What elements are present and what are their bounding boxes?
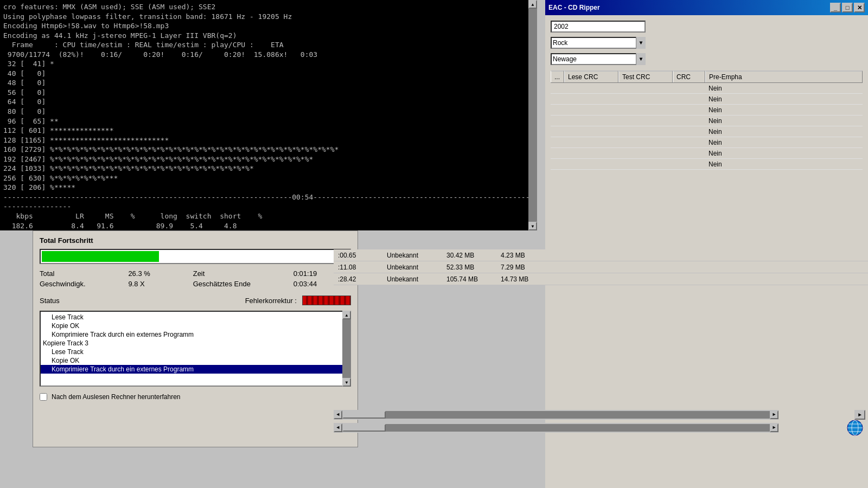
- table-row: Nein: [551, 137, 863, 148]
- checkbox-row: Nach dem Auslesen Rechner herunterfahren: [40, 393, 351, 401]
- bt-size2: 4.23 MB: [496, 252, 551, 259]
- log-item: Kopie OK: [41, 356, 350, 365]
- progress-bar-fill: [42, 251, 159, 262]
- log-scroll-up[interactable]: ▲: [342, 311, 351, 319]
- bt-status: Unbekannt: [382, 264, 442, 271]
- log-wrapper: Lese TrackKopie OKKomprimiere Track durc…: [40, 311, 351, 387]
- log-scroll-down[interactable]: ▼: [342, 378, 351, 387]
- bottom-table-row: :11.08 Unbekannt 52.33 MB 7.29 MB: [334, 261, 868, 273]
- track-table: ... Lese CRC Test CRC CRC Pre-Empha Nein…: [551, 70, 863, 170]
- cell-pre: Nein: [705, 117, 863, 125]
- year-input[interactable]: [551, 21, 646, 33]
- minimize-button[interactable]: _: [830, 3, 841, 12]
- log-item: Kopie OK: [41, 322, 350, 330]
- table-row: Nein: [551, 83, 863, 94]
- table-row: Nein: [551, 159, 863, 170]
- col-pre-emph[interactable]: Pre-Empha: [705, 70, 863, 82]
- table-body: Nein Nein Nein Nein Nein Nein Nein: [551, 83, 863, 170]
- stats-grid: Total 26.3 % Zeit 0:01:19 Geschwindigk. …: [40, 269, 351, 288]
- bottom-table-row: :00.65 Unbekannt 30.42 MB 4.23 MB: [334, 249, 868, 261]
- col-crc[interactable]: CRC: [673, 70, 705, 82]
- cell-pre: Nein: [705, 150, 863, 157]
- h-scroll-left[interactable]: ◄: [334, 410, 342, 419]
- total-value: 26.3 %: [128, 269, 184, 278]
- terminal-scroll-down[interactable]: ▼: [528, 222, 537, 230]
- terminal-scrollbar[interactable]: ▲ ▼: [528, 0, 537, 230]
- col-lese-crc[interactable]: Lese CRC: [564, 70, 618, 82]
- h2-scroll-thumb[interactable]: [342, 424, 386, 432]
- log-container[interactable]: Lese TrackKopie OKKomprimiere Track durc…: [40, 311, 351, 387]
- genre-select[interactable]: RockPopJazzClassicalOther: [551, 37, 646, 49]
- cell-pre: Nein: [705, 160, 863, 168]
- close-button[interactable]: ✕: [854, 3, 865, 12]
- shutdown-checkbox[interactable]: [40, 393, 47, 401]
- table-row: Nein: [551, 94, 863, 105]
- table-header: ... Lese CRC Test CRC CRC Pre-Empha: [551, 70, 863, 83]
- bottom-scrollbar-h[interactable]: ◄ ►: [334, 410, 778, 420]
- bottom-table-row: :28.42 Unbekannt 105.74 MB 14.73 MB: [334, 273, 868, 285]
- bt-size1: 52.33 MB: [442, 264, 496, 271]
- progress-panel: Total Fortschritt Total 26.3 % Zeit 0:01…: [33, 230, 358, 447]
- bt-size2: 14.73 MB: [496, 275, 551, 283]
- bt-time: :00.65: [334, 252, 382, 259]
- subgenre-row: NewageAlternativeBlues ▼: [551, 53, 863, 65]
- terminal-scroll-track[interactable]: [529, 9, 537, 222]
- right-content: RockPopJazzClassicalOther ▼ NewageAltern…: [545, 15, 868, 175]
- fehlerkorrektur-label: Fehlerkorrektur :: [245, 297, 297, 305]
- h-scroll-thumb[interactable]: [342, 411, 386, 419]
- window-buttons: _ □ ✕: [830, 3, 865, 12]
- bt-size1: 105.74 MB: [442, 275, 496, 283]
- genre-select-wrapper: RockPopJazzClassicalOther ▼: [551, 37, 646, 49]
- bt-status: Unbekannt: [382, 252, 442, 259]
- geschwindigkeit-label: Geschwindigk.: [40, 280, 119, 288]
- terminal-text: cro features: MMX (ASM used); SSE (ASM u…: [3, 2, 534, 230]
- shutdown-label: Nach dem Auslesen Rechner herunterfahren: [52, 393, 180, 401]
- cell-pre: Nein: [705, 139, 863, 146]
- bt-size1: 30.42 MB: [442, 252, 496, 259]
- progress-title: Total Fortschritt: [40, 236, 351, 245]
- progress-bar-container: [40, 249, 351, 264]
- bt-time: :11.08: [334, 264, 382, 271]
- h2-scroll-right[interactable]: ►: [770, 423, 778, 432]
- right-titlebar: EAC - CD Ripper _ □ ✕: [545, 0, 868, 15]
- table-row: Nein: [551, 126, 863, 137]
- log-item: Lese Track: [41, 313, 350, 322]
- table-row: Nein: [551, 105, 863, 115]
- log-item: Lese Track: [41, 348, 350, 356]
- bt-size2: 7.29 MB: [496, 264, 551, 271]
- bottom-scrollbar2-h[interactable]: ◄ ►: [334, 423, 778, 433]
- log-item: Kopiere Track 3: [41, 339, 350, 348]
- table-row: Nein: [551, 148, 863, 159]
- year-row: [551, 21, 863, 33]
- h2-scroll-left[interactable]: ◄: [334, 423, 342, 432]
- total-label: Total: [40, 269, 119, 278]
- cell-pre: Nein: [705, 128, 863, 136]
- log-scroll-track[interactable]: [342, 319, 351, 378]
- col-test-crc[interactable]: Test CRC: [618, 70, 673, 82]
- zeit-label: Zeit: [193, 269, 285, 278]
- log-item: Komprimiere Track durch ein externes Pro…: [41, 330, 350, 339]
- col-dots[interactable]: ...: [551, 70, 564, 82]
- log-item: Komprimiere Track durch ein externes Pro…: [41, 365, 350, 374]
- terminal-output: cro features: MMX (ASM used); SSE (ASM u…: [0, 0, 537, 230]
- log-scrollbar[interactable]: ▲ ▼: [342, 311, 351, 387]
- genre-row: RockPopJazzClassicalOther ▼: [551, 37, 863, 49]
- h2-scroll-track[interactable]: [342, 424, 770, 432]
- right-panel-title: EAC - CD Ripper: [548, 4, 600, 11]
- cell-pre: Nein: [705, 106, 863, 114]
- maximize-button[interactable]: □: [842, 3, 853, 12]
- bottom-table: :00.65 Unbekannt 30.42 MB 4.23 MB :11.08…: [334, 249, 868, 285]
- globe-icon: [846, 419, 864, 436]
- cell-pre: Nein: [705, 85, 863, 92]
- right-arrow-button[interactable]: ►: [854, 410, 865, 420]
- cell-pre: Nein: [705, 95, 863, 103]
- table-row: Nein: [551, 115, 863, 126]
- h-scroll-track[interactable]: [342, 411, 770, 419]
- bt-status: Unbekannt: [382, 275, 442, 283]
- bt-time: :28.42: [334, 275, 382, 283]
- status-label: Status: [40, 297, 60, 305]
- subgenre-select[interactable]: NewageAlternativeBlues: [551, 53, 646, 65]
- terminal-scroll-up[interactable]: ▲: [528, 0, 537, 9]
- subgenre-select-wrapper: NewageAlternativeBlues ▼: [551, 53, 646, 65]
- h-scroll-right[interactable]: ►: [770, 410, 778, 419]
